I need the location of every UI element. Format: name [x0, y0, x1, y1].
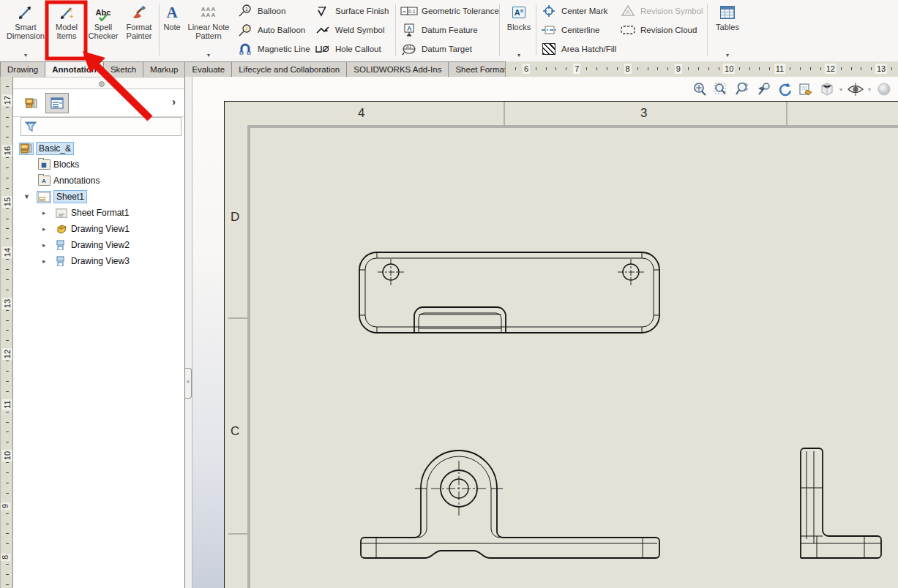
display-style-dropdown[interactable]: ▾: [839, 86, 842, 93]
top-ruler-number: 6: [523, 64, 530, 74]
svg-text:0.1: 0.1: [408, 9, 416, 14]
zone-column-label: 3: [640, 106, 647, 121]
weld-symbol-icon: [313, 23, 332, 37]
tree-item-blocks[interactable]: ▦ Blocks: [13, 157, 184, 173]
linear-note-pattern-dropdown[interactable]: ▾: [207, 53, 210, 60]
geometric-tolerance-button[interactable]: 0.1 Geometric Tolerance: [400, 1, 499, 20]
drawing-view3-icon: [55, 256, 68, 267]
splitter-dot-handle[interactable]: [99, 81, 105, 87]
ribbon-separator: [499, 4, 500, 56]
area-hatch-fill-label: Area Hatch/Fill: [561, 45, 616, 53]
blocks-dropdown[interactable]: ▾: [517, 53, 520, 60]
format-painter-icon: [130, 3, 148, 22]
weld-symbol-button[interactable]: Weld Symbol: [313, 20, 389, 39]
note-button[interactable]: A Note: [162, 1, 182, 60]
zone-row-label: D: [231, 210, 239, 225]
left-ruler-number: 8: [0, 554, 10, 561]
center-mark-icon: [539, 4, 558, 18]
tab-annotation[interactable]: Annotation: [45, 61, 104, 77]
collapsed-arrow-icon[interactable]: ▸: [42, 257, 46, 265]
tree-item-drawing-view3[interactable]: ▸ Drawing View3: [13, 253, 184, 269]
centerline-button[interactable]: Centerline: [539, 20, 616, 39]
tree-item-basic[interactable]: Basic_&: [13, 140, 184, 157]
graphics-viewport[interactable]: 4 3 D C: [192, 77, 898, 588]
display-pane-tab[interactable]: [45, 93, 69, 113]
revision-cloud-button[interactable]: Revision Cloud: [618, 20, 703, 39]
left-ruler-number: 10: [2, 450, 12, 461]
datum-feature-button[interactable]: A Datum Feature: [400, 20, 499, 39]
splitter-collapse-handle[interactable]: [185, 368, 192, 399]
spell-checker-button[interactable]: Abc Spell Checker: [86, 1, 120, 60]
tab-lifecycle-collaboration[interactable]: Lifecycle and Collaboration: [232, 61, 347, 77]
tab-evaluate[interactable]: Evaluate: [185, 61, 232, 77]
datum-target-button[interactable]: A1 Datum Target: [400, 39, 499, 59]
left-ruler-number: 16: [2, 145, 12, 157]
area-hatch-fill-button[interactable]: Area Hatch/Fill: [539, 39, 616, 59]
zoom-in-out-icon[interactable]: [733, 80, 751, 98]
rotate-view-icon[interactable]: [775, 80, 793, 98]
model-items-button[interactable]: ✳✳ Model Items: [48, 1, 85, 60]
tree-item-label: Drawing View2: [71, 240, 130, 250]
tree-item-sheet1[interactable]: ▼ Sheet1: [13, 189, 184, 205]
tab-drawing[interactable]: Drawing: [0, 61, 45, 77]
tab-sheet-format[interactable]: Sheet Format: [449, 61, 514, 77]
blocks-folder-icon: ▦: [37, 159, 50, 170]
collapsed-arrow-icon[interactable]: ▸: [42, 209, 46, 216]
svg-text:A: A: [626, 9, 630, 15]
tree-item-annotations[interactable]: A Annotations: [13, 173, 184, 189]
revision-cloud-label: Revision Cloud: [640, 26, 697, 34]
geometric-tolerance-label: Geometric Tolerance: [422, 7, 499, 15]
tree-filter-box[interactable]: [20, 117, 182, 136]
drawing-view2-icon: [55, 240, 68, 251]
surface-finish-label: Surface Finish: [335, 7, 389, 15]
hide-show-items-icon[interactable]: [846, 80, 864, 98]
collapsed-arrow-icon[interactable]: ▸: [42, 225, 46, 233]
3d-drawing-view-icon[interactable]: [796, 80, 815, 98]
tree-item-drawing-view1[interactable]: ▸ Drawing View1: [13, 221, 184, 237]
tables-dropdown[interactable]: ▾: [726, 53, 729, 60]
note-icon: A: [166, 3, 177, 22]
panel-top-splitter[interactable]: [13, 77, 184, 89]
surface-finish-button[interactable]: Surface Finish: [313, 1, 389, 20]
hole-callout-button[interactable]: Hole Callout: [313, 39, 389, 59]
feature-tree: Basic_& ▦ Blocks A Annotations ▼ Sheet1 …: [13, 136, 184, 269]
tables-button[interactable]: Tables ▾: [711, 1, 744, 60]
tab-markup[interactable]: Markup: [143, 61, 185, 77]
expanded-arrow-icon[interactable]: ▼: [23, 193, 30, 200]
hide-show-dropdown[interactable]: ▾: [868, 86, 871, 93]
smart-dimension-dropdown[interactable]: ▾: [24, 53, 27, 60]
panel-viewport-splitter[interactable]: [185, 77, 192, 588]
zoom-to-fit-icon[interactable]: [690, 80, 708, 98]
zoom-to-area-icon[interactable]: [711, 80, 730, 98]
commandmanager-tab-bar: Drawing Annotation Sketch Markup Evaluat…: [0, 61, 898, 78]
revision-symbol-icon: A: [618, 4, 637, 18]
datum-target-label: Datum Target: [422, 45, 472, 53]
auto-balloon-button[interactable]: Auto Balloon: [236, 20, 310, 39]
center-mark-button[interactable]: Center Mark: [539, 1, 616, 20]
featuremanager-tree-tab[interactable]: [20, 94, 42, 113]
display-pane-icon: [50, 97, 64, 109]
model-items-icon: ✳✳: [58, 3, 75, 22]
blocks-button[interactable]: A° Blocks ▾: [504, 1, 534, 60]
linear-note-pattern-button[interactable]: AAAAAA Linear Note Pattern ▾: [183, 1, 234, 60]
drawing-sheet: 4 3 D C: [224, 101, 898, 588]
tab-sketch[interactable]: Sketch: [104, 61, 143, 77]
tab-solidworks-addins[interactable]: SOLIDWORKS Add-Ins: [347, 61, 449, 77]
smart-dimension-button[interactable]: Smart Dimension ▾: [3, 1, 48, 60]
svg-text:A: A: [407, 25, 412, 32]
display-style-icon[interactable]: [817, 80, 836, 98]
panel-expand-chevron[interactable]: ›: [172, 95, 176, 108]
ribbon-separator: [536, 4, 536, 56]
tree-item-label: Basic_&: [36, 142, 74, 155]
balloon-button[interactable]: 1 Balloon: [236, 1, 310, 20]
tree-item-sheet-format1[interactable]: ▸ Sheet Format1: [13, 205, 184, 221]
left-ruler-number: 9: [0, 502, 10, 510]
format-painter-button[interactable]: Format Painter: [121, 1, 157, 60]
collapsed-arrow-icon[interactable]: ▸: [42, 241, 46, 249]
smart-dimension-label: Smart Dimension: [3, 23, 48, 40]
left-ruler-number: 14: [2, 246, 12, 258]
auto-balloon-icon: [236, 23, 255, 37]
magnetic-line-button[interactable]: Magnetic Line: [236, 39, 310, 59]
previous-view-icon[interactable]: [754, 80, 772, 98]
tree-item-drawing-view2[interactable]: ▸ Drawing View2: [13, 237, 184, 253]
